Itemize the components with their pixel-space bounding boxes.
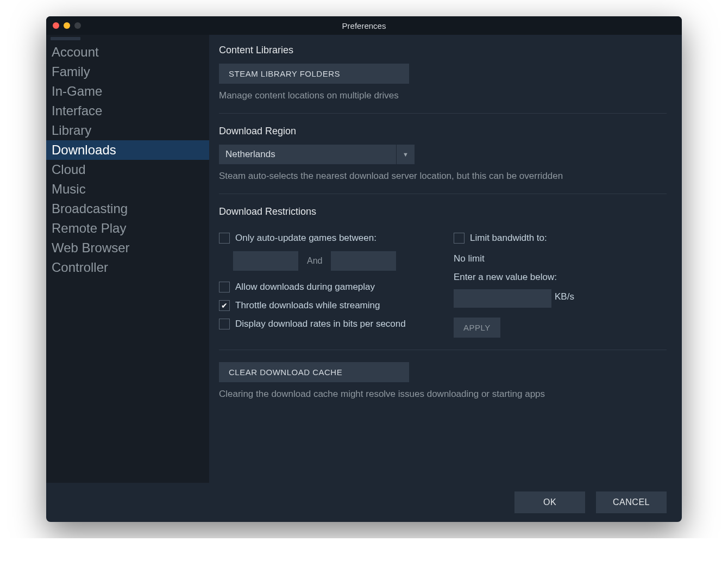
throttle-streaming-label: Throttle downloads while streaming xyxy=(235,300,380,311)
chevron-down-icon: ▼ xyxy=(396,145,415,164)
ok-button[interactable]: OK xyxy=(514,491,585,513)
auto-update-checkbox[interactable] xyxy=(219,233,230,244)
throttle-streaming-row: Throttle downloads while streaming xyxy=(219,300,432,311)
sidebar-item-music[interactable]: Music xyxy=(46,179,209,199)
clear-cache-desc: Clearing the download cache might resolv… xyxy=(219,389,667,400)
restrictions-row: Only auto-update games between: And Allo… xyxy=(219,225,667,338)
allow-gameplay-label: Allow downloads during gameplay xyxy=(235,282,375,292)
download-region-value: Netherlands xyxy=(219,145,396,164)
auto-update-label: Only auto-update games between: xyxy=(235,233,376,244)
sidebar: AccountFamilyIn-GameInterfaceLibraryDown… xyxy=(46,35,209,483)
download-region-desc: Steam auto-selects the nearest download … xyxy=(219,171,667,182)
sidebar-item-remote-play[interactable]: Remote Play xyxy=(46,219,209,238)
and-label: And xyxy=(307,256,322,266)
display-bits-label: Display download rates in bits per secon… xyxy=(235,319,406,329)
divider xyxy=(219,350,667,350)
sidebar-item-library[interactable]: Library xyxy=(46,121,209,140)
sidebar-item-downloads[interactable]: Downloads xyxy=(46,140,209,160)
download-region-select[interactable]: Netherlands ▼ xyxy=(219,145,415,164)
sidebar-item-broadcasting[interactable]: Broadcasting xyxy=(46,199,209,219)
content-libraries-title: Content Libraries xyxy=(219,45,667,56)
divider xyxy=(219,194,667,194)
auto-update-row: Only auto-update games between: xyxy=(219,233,432,244)
nav-list: AccountFamilyIn-GameInterfaceLibraryDown… xyxy=(46,42,209,277)
allow-gameplay-row: Allow downloads during gameplay xyxy=(219,282,432,292)
time-to-input[interactable] xyxy=(331,251,396,271)
cancel-button[interactable]: CANCEL xyxy=(596,491,667,513)
titlebar: Preferences xyxy=(46,16,682,35)
content-panel: Content Libraries STEAM LIBRARY FOLDERS … xyxy=(209,35,682,483)
zoom-icon[interactable] xyxy=(74,22,81,29)
sidebar-item-interface[interactable]: Interface xyxy=(46,101,209,121)
enter-new-text: Enter a new value below: xyxy=(454,272,667,283)
body: AccountFamilyIn-GameInterfaceLibraryDown… xyxy=(46,35,682,483)
steam-library-folders-button[interactable]: STEAM LIBRARY FOLDERS xyxy=(219,64,409,84)
sidebar-decoration xyxy=(51,37,80,40)
limit-bandwidth-row: Limit bandwidth to: xyxy=(454,233,667,244)
sidebar-item-account[interactable]: Account xyxy=(46,42,209,62)
download-restrictions-title: Download Restrictions xyxy=(219,206,667,217)
bandwidth-input[interactable] xyxy=(454,289,551,308)
sidebar-item-web-browser[interactable]: Web Browser xyxy=(46,238,209,258)
clear-download-cache-button[interactable]: CLEAR DOWNLOAD CACHE xyxy=(219,362,409,382)
content-libraries-desc: Manage content locations on multiple dri… xyxy=(219,90,667,101)
no-limit-text: No limit xyxy=(454,253,667,264)
sidebar-item-in-game[interactable]: In-Game xyxy=(46,82,209,101)
download-region-title: Download Region xyxy=(219,126,667,137)
display-bits-checkbox[interactable] xyxy=(219,319,230,329)
bandwidth-unit: KB/s xyxy=(555,291,574,302)
close-icon[interactable] xyxy=(53,22,59,29)
allow-gameplay-checkbox[interactable] xyxy=(219,282,230,292)
restrictions-right-col: Limit bandwidth to: No limit Enter a new… xyxy=(454,225,667,338)
limit-bandwidth-checkbox[interactable] xyxy=(454,233,465,244)
sidebar-item-family[interactable]: Family xyxy=(46,62,209,82)
throttle-streaming-checkbox[interactable] xyxy=(219,300,230,311)
auto-update-time-row: And xyxy=(233,251,432,271)
divider xyxy=(219,113,667,114)
limit-bandwidth-label: Limit bandwidth to: xyxy=(470,233,547,244)
sidebar-item-controller[interactable]: Controller xyxy=(46,258,209,277)
sidebar-item-cloud[interactable]: Cloud xyxy=(46,160,209,179)
display-bits-row: Display download rates in bits per secon… xyxy=(219,319,432,329)
window-title: Preferences xyxy=(46,21,682,30)
time-from-input[interactable] xyxy=(233,251,298,271)
preferences-window: Preferences AccountFamilyIn-GameInterfac… xyxy=(46,16,682,522)
restrictions-left-col: Only auto-update games between: And Allo… xyxy=(219,225,432,338)
minimize-icon[interactable] xyxy=(64,22,70,29)
traffic-lights xyxy=(53,22,81,29)
footer: OK CANCEL xyxy=(46,483,682,522)
apply-button[interactable]: APPLY xyxy=(454,318,500,338)
